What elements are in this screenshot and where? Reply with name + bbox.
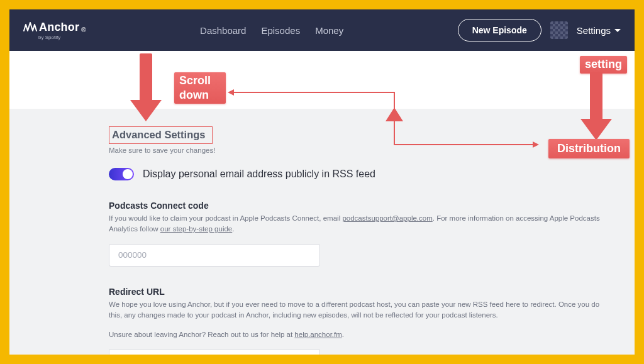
svg-marker-1 <box>580 119 612 140</box>
annotation-connector-triangle-icon <box>386 108 403 121</box>
redirect-url-desc: We hope you love using Anchor, but if yo… <box>109 299 614 321</box>
annotation-connector-arrow-left-icon <box>228 89 234 96</box>
redirect-url-unsure: Unsure about leaving Anchor? Reach out t… <box>109 329 614 340</box>
app-frame: Anchor ® by Spotify Dashboard Episodes M… <box>9 9 635 355</box>
settings-dropdown[interactable]: Settings <box>577 25 621 36</box>
redirect-url-input[interactable] <box>109 349 320 355</box>
annotation-connector-arrow-right-icon <box>533 141 539 148</box>
advanced-settings-heading: Advanced Settings <box>109 126 213 144</box>
nav-episodes[interactable]: Episodes <box>261 25 300 36</box>
podcasts-connect-guide-link[interactable]: our step-by-step guide <box>160 225 232 233</box>
annotation-setting-arrow-icon <box>580 72 612 144</box>
annotation-connector-line-4 <box>394 144 533 145</box>
annotation-distribution: Distribution <box>548 139 630 158</box>
settings-dropdown-label: Settings <box>577 25 611 36</box>
annotation-connector-line-2 <box>394 92 395 109</box>
annotation-connector-line-1 <box>234 92 395 93</box>
redirect-url-title: Redirect URL <box>109 287 621 297</box>
redirect-help-link[interactable]: help.anchor.fm <box>294 331 341 338</box>
svg-rect-2 <box>140 53 152 102</box>
nav-money[interactable]: Money <box>315 25 343 36</box>
annotation-connector-line-3 <box>394 121 395 145</box>
brand: Anchor ® by Spotify <box>23 21 86 40</box>
nav-center: Dashboard Episodes Money <box>200 25 343 36</box>
advanced-settings-subtext: Make sure to save your changes! <box>109 146 621 154</box>
podcasts-connect-code-input[interactable] <box>109 244 320 267</box>
podcasts-connect-desc: If you would like to claim your podcast … <box>109 213 614 235</box>
rss-email-toggle-label: Display personal email address publicly … <box>143 168 375 180</box>
podcasts-connect-email-link[interactable]: podcastsupport@apple.com <box>342 214 432 222</box>
svg-marker-3 <box>130 100 162 121</box>
brand-subtitle: by Spotify <box>23 35 86 40</box>
brand-name: Anchor <box>39 21 79 34</box>
caret-down-icon <box>614 29 621 32</box>
content-area: Advanced Settings Make sure to save your… <box>9 109 635 355</box>
annotation-setting: setting <box>580 56 627 74</box>
svg-rect-0 <box>590 72 602 121</box>
rss-email-toggle[interactable] <box>109 168 134 180</box>
new-episode-button[interactable]: New Episode <box>458 19 541 41</box>
top-strip <box>9 51 635 109</box>
avatar[interactable] <box>550 21 568 39</box>
anchor-logo-icon <box>23 22 37 32</box>
nav-dashboard[interactable]: Dashboard <box>200 25 246 36</box>
podcasts-connect-title: Podcasts Connect code <box>109 201 621 211</box>
navbar: Anchor ® by Spotify Dashboard Episodes M… <box>9 9 635 51</box>
annotation-scroll: Scroll down <box>174 72 226 104</box>
annotation-scroll-arrow-icon <box>130 53 162 125</box>
nav-right: New Episode Settings <box>458 19 621 41</box>
